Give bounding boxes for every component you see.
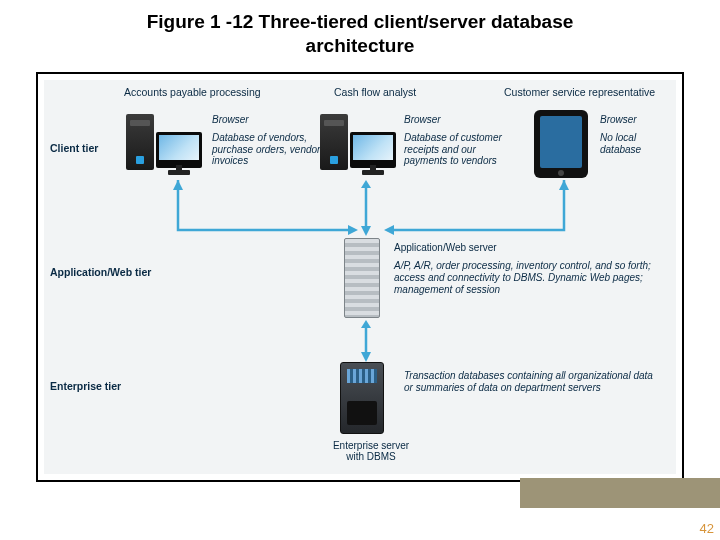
arrow-cust-to-app [380,180,580,250]
workstation-monitor-icon [350,132,396,168]
workstation-tower-icon [320,114,348,170]
title-line2: architecture [306,35,415,56]
workstation-monitor-icon [156,132,202,168]
diagram-frame: Client tier Application/Web tier Enterpr… [36,72,684,482]
page-number: 42 [700,521,714,536]
arrow-app-to-enterprise [356,320,376,364]
svg-marker-9 [361,352,371,362]
app-server-icon [344,238,380,318]
caption-acct: Database of vendors, purchase orders, ve… [212,132,322,167]
heading-accounts: Accounts payable processing [124,86,261,98]
svg-marker-3 [361,180,371,188]
caption-cash: Database of customer receipts and our pa… [404,132,514,167]
svg-marker-5 [559,180,569,190]
arrow-acct-to-app [172,180,362,250]
tier-label-enterprise: Enterprise tier [50,380,121,392]
browser-label-acct: Browser [212,114,249,125]
enterprise-server-label: Enterprise server with DBMS [326,440,416,462]
enterprise-server-caption: Transaction databases containing all org… [404,370,654,394]
workstation-tower-icon [126,114,154,170]
diagram-content: Client tier Application/Web tier Enterpr… [44,80,676,474]
enterprise-server-icon [340,362,384,434]
svg-marker-1 [173,180,183,190]
svg-marker-4 [361,226,371,236]
footer-accent-bar [520,478,720,508]
caption-cust: No local database [600,132,680,155]
heading-cashflow: Cash flow analyst [334,86,416,98]
figure-title: Figure 1 -12 Three-tiered client/server … [0,0,720,64]
arrow-cash-to-app [356,180,376,240]
browser-label-cust: Browser [600,114,637,125]
tier-label-app: Application/Web tier [50,266,151,278]
svg-marker-8 [361,320,371,328]
app-server-caption: A/P, A/R, order processing, inventory co… [394,260,654,296]
title-line1: Figure 1 -12 Three-tiered client/server … [147,11,574,32]
browser-label-cash: Browser [404,114,441,125]
tier-label-client: Client tier [50,142,98,154]
tablet-icon [534,110,588,178]
svg-marker-6 [384,225,394,235]
heading-customer: Customer service representative [504,86,655,98]
